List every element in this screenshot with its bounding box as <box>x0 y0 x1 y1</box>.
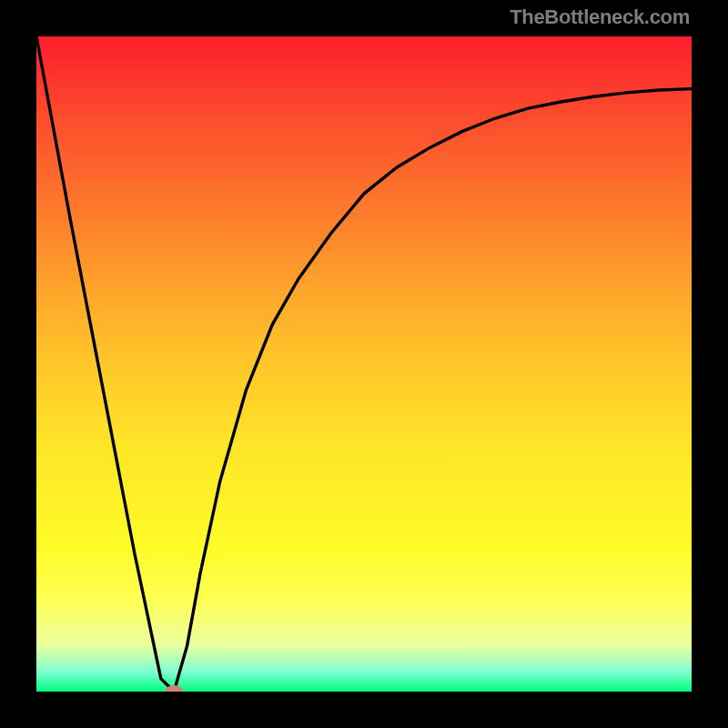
frame-left <box>0 0 36 728</box>
frame-bottom <box>0 692 728 728</box>
frame-right <box>692 0 728 728</box>
bottleneck-curve <box>36 36 692 692</box>
plot-area <box>36 36 692 692</box>
attribution-text: TheBottleneck.com <box>510 5 690 29</box>
curve-svg <box>36 36 692 692</box>
chart-container: TheBottleneck.com <box>0 0 728 728</box>
